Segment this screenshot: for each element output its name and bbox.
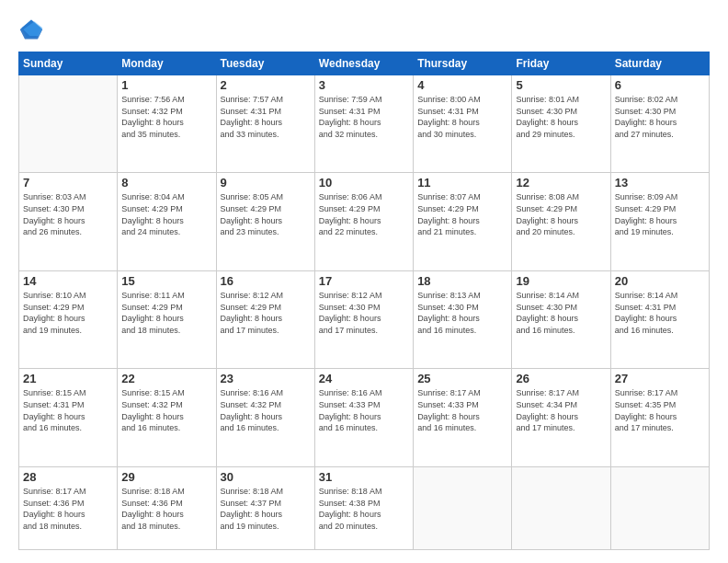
col-header-saturday: Saturday <box>610 52 709 75</box>
table-row: 8Sunrise: 8:04 AM Sunset: 4:29 PM Daylig… <box>118 173 216 270</box>
day-detail: Sunrise: 8:10 AM Sunset: 4:29 PM Dayligh… <box>23 290 113 336</box>
day-detail: Sunrise: 8:18 AM Sunset: 4:37 PM Dayligh… <box>221 486 311 532</box>
day-detail: Sunrise: 8:18 AM Sunset: 4:36 PM Dayligh… <box>121 486 211 532</box>
calendar-week-3: 21Sunrise: 8:15 AM Sunset: 4:31 PM Dayli… <box>19 369 710 466</box>
day-number: 23 <box>221 372 311 385</box>
day-number: 17 <box>319 274 409 288</box>
day-detail: Sunrise: 8:06 AM Sunset: 4:29 PM Dayligh… <box>319 191 409 237</box>
table-row <box>610 466 709 549</box>
col-header-friday: Friday <box>512 52 610 75</box>
table-row: 17Sunrise: 8:12 AM Sunset: 4:30 PM Dayli… <box>314 270 413 368</box>
table-row: 18Sunrise: 8:13 AM Sunset: 4:30 PM Dayli… <box>414 270 512 368</box>
day-detail: Sunrise: 8:01 AM Sunset: 4:30 PM Dayligh… <box>516 94 606 140</box>
day-number: 19 <box>516 274 606 288</box>
day-number: 4 <box>417 78 507 92</box>
day-number: 21 <box>23 372 113 385</box>
header <box>18 17 710 42</box>
calendar-table: SundayMondayTuesdayWednesdayThursdayFrid… <box>18 52 710 550</box>
day-number: 18 <box>417 274 507 288</box>
table-row: 31Sunrise: 8:18 AM Sunset: 4:38 PM Dayli… <box>314 466 413 549</box>
table-row: 4Sunrise: 8:00 AM Sunset: 4:31 PM Daylig… <box>414 75 512 173</box>
table-row <box>512 466 610 549</box>
table-row: 7Sunrise: 8:03 AM Sunset: 4:30 PM Daylig… <box>19 173 118 270</box>
table-row: 21Sunrise: 8:15 AM Sunset: 4:31 PM Dayli… <box>19 369 118 466</box>
day-number: 2 <box>221 78 311 92</box>
table-row: 10Sunrise: 8:06 AM Sunset: 4:29 PM Dayli… <box>314 173 413 270</box>
day-detail: Sunrise: 8:02 AM Sunset: 4:30 PM Dayligh… <box>615 94 705 140</box>
day-detail: Sunrise: 7:57 AM Sunset: 4:31 PM Dayligh… <box>221 94 311 140</box>
logo-icon <box>18 17 44 42</box>
table-row: 16Sunrise: 8:12 AM Sunset: 4:29 PM Dayli… <box>216 270 314 368</box>
day-detail: Sunrise: 8:17 AM Sunset: 4:36 PM Dayligh… <box>23 486 113 532</box>
table-row: 28Sunrise: 8:17 AM Sunset: 4:36 PM Dayli… <box>19 466 118 549</box>
calendar-week-0: 1Sunrise: 7:56 AM Sunset: 4:32 PM Daylig… <box>19 75 710 173</box>
day-detail: Sunrise: 7:56 AM Sunset: 4:32 PM Dayligh… <box>121 94 211 140</box>
day-detail: Sunrise: 8:16 AM Sunset: 4:33 PM Dayligh… <box>319 387 409 433</box>
day-detail: Sunrise: 8:00 AM Sunset: 4:31 PM Dayligh… <box>417 94 507 140</box>
day-number: 31 <box>319 470 409 484</box>
day-detail: Sunrise: 8:18 AM Sunset: 4:38 PM Dayligh… <box>319 486 409 532</box>
table-row: 11Sunrise: 8:07 AM Sunset: 4:29 PM Dayli… <box>414 173 512 270</box>
table-row: 13Sunrise: 8:09 AM Sunset: 4:29 PM Dayli… <box>610 173 709 270</box>
col-header-wednesday: Wednesday <box>314 52 413 75</box>
day-number: 15 <box>121 274 211 288</box>
day-number: 11 <box>417 176 507 190</box>
day-detail: Sunrise: 8:15 AM Sunset: 4:31 PM Dayligh… <box>23 387 113 433</box>
day-number: 25 <box>417 372 507 385</box>
table-row: 5Sunrise: 8:01 AM Sunset: 4:30 PM Daylig… <box>512 75 610 173</box>
calendar-week-4: 28Sunrise: 8:17 AM Sunset: 4:36 PM Dayli… <box>19 466 710 549</box>
day-number: 6 <box>615 78 705 92</box>
table-row: 23Sunrise: 8:16 AM Sunset: 4:32 PM Dayli… <box>216 369 314 466</box>
day-number: 3 <box>319 78 409 92</box>
table-row: 9Sunrise: 8:05 AM Sunset: 4:29 PM Daylig… <box>216 173 314 270</box>
day-number: 24 <box>319 372 409 385</box>
day-number: 14 <box>23 274 113 288</box>
day-detail: Sunrise: 8:17 AM Sunset: 4:35 PM Dayligh… <box>615 387 705 433</box>
day-detail: Sunrise: 8:14 AM Sunset: 4:30 PM Dayligh… <box>516 290 606 336</box>
table-row: 3Sunrise: 7:59 AM Sunset: 4:31 PM Daylig… <box>314 75 413 173</box>
day-number: 22 <box>121 372 211 385</box>
table-row: 6Sunrise: 8:02 AM Sunset: 4:30 PM Daylig… <box>610 75 709 173</box>
table-row: 15Sunrise: 8:11 AM Sunset: 4:29 PM Dayli… <box>118 270 216 368</box>
day-detail: Sunrise: 8:12 AM Sunset: 4:29 PM Dayligh… <box>221 290 311 336</box>
table-row: 29Sunrise: 8:18 AM Sunset: 4:36 PM Dayli… <box>118 466 216 549</box>
table-row <box>19 75 118 173</box>
day-detail: Sunrise: 8:12 AM Sunset: 4:30 PM Dayligh… <box>319 290 409 336</box>
day-number: 12 <box>516 176 606 190</box>
day-detail: Sunrise: 8:13 AM Sunset: 4:30 PM Dayligh… <box>417 290 507 336</box>
table-row: 24Sunrise: 8:16 AM Sunset: 4:33 PM Dayli… <box>314 369 413 466</box>
table-row: 12Sunrise: 8:08 AM Sunset: 4:29 PM Dayli… <box>512 173 610 270</box>
table-row: 30Sunrise: 8:18 AM Sunset: 4:37 PM Dayli… <box>216 466 314 549</box>
day-detail: Sunrise: 8:14 AM Sunset: 4:31 PM Dayligh… <box>615 290 705 336</box>
table-row: 26Sunrise: 8:17 AM Sunset: 4:34 PM Dayli… <box>512 369 610 466</box>
day-number: 1 <box>121 78 211 92</box>
col-header-sunday: Sunday <box>19 52 118 75</box>
day-detail: Sunrise: 8:16 AM Sunset: 4:32 PM Dayligh… <box>221 387 311 433</box>
table-row: 19Sunrise: 8:14 AM Sunset: 4:30 PM Dayli… <box>512 270 610 368</box>
day-detail: Sunrise: 8:17 AM Sunset: 4:33 PM Dayligh… <box>417 387 507 433</box>
calendar-week-1: 7Sunrise: 8:03 AM Sunset: 4:30 PM Daylig… <box>19 173 710 270</box>
day-detail: Sunrise: 8:15 AM Sunset: 4:32 PM Dayligh… <box>121 387 211 433</box>
logo <box>18 17 46 42</box>
day-number: 10 <box>319 176 409 190</box>
day-number: 27 <box>615 372 705 385</box>
day-number: 5 <box>516 78 606 92</box>
page: SundayMondayTuesdayWednesdayThursdayFrid… <box>0 0 728 563</box>
day-detail: Sunrise: 8:11 AM Sunset: 4:29 PM Dayligh… <box>121 290 211 336</box>
table-row: 1Sunrise: 7:56 AM Sunset: 4:32 PM Daylig… <box>118 75 216 173</box>
col-header-tuesday: Tuesday <box>216 52 314 75</box>
table-row: 14Sunrise: 8:10 AM Sunset: 4:29 PM Dayli… <box>19 270 118 368</box>
day-number: 16 <box>221 274 311 288</box>
day-number: 30 <box>221 470 311 484</box>
day-detail: Sunrise: 8:09 AM Sunset: 4:29 PM Dayligh… <box>615 191 705 237</box>
day-detail: Sunrise: 7:59 AM Sunset: 4:31 PM Dayligh… <box>319 94 409 140</box>
table-row: 22Sunrise: 8:15 AM Sunset: 4:32 PM Dayli… <box>118 369 216 466</box>
day-detail: Sunrise: 8:03 AM Sunset: 4:30 PM Dayligh… <box>23 191 113 237</box>
table-row: 25Sunrise: 8:17 AM Sunset: 4:33 PM Dayli… <box>414 369 512 466</box>
col-header-monday: Monday <box>118 52 216 75</box>
day-number: 20 <box>615 274 705 288</box>
day-number: 28 <box>23 470 113 484</box>
table-row: 2Sunrise: 7:57 AM Sunset: 4:31 PM Daylig… <box>216 75 314 173</box>
day-number: 26 <box>516 372 606 385</box>
day-number: 29 <box>121 470 211 484</box>
